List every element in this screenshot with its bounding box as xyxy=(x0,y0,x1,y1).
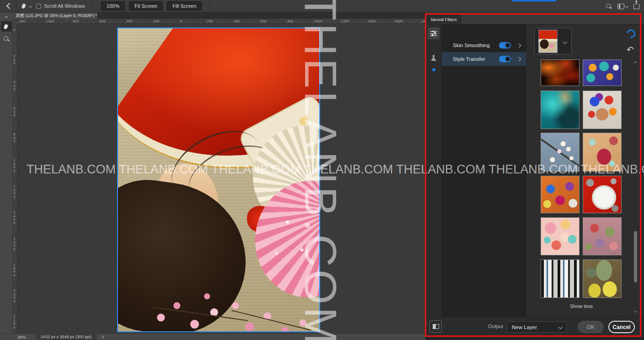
ruler-v-label: 0 xyxy=(13,28,16,32)
zoom-tool-button[interactable] xyxy=(1,33,12,44)
reset-icon[interactable]: ↶ xyxy=(627,45,634,54)
workspace-switcher[interactable] xyxy=(617,4,628,9)
ruler-v-label: 1800 xyxy=(13,263,16,277)
output-value: New Layer xyxy=(512,324,537,330)
ruler-v-label: 800 xyxy=(13,133,16,143)
sliders-icon xyxy=(430,31,437,36)
ruler-h-label: 400 xyxy=(126,19,132,23)
style-thumbnail-mauve-green-strokes[interactable] xyxy=(583,217,622,255)
style-thumbnail-colorful-portrait[interactable] xyxy=(583,91,622,129)
style-thumbnail-teal-fluid-art[interactable] xyxy=(541,91,580,129)
ruler-vertical: 0200400600800100012001400160018002000220… xyxy=(13,19,17,333)
ruler-v-label: 400 xyxy=(13,81,16,91)
chevron-right-icon xyxy=(517,57,521,61)
cancel-button[interactable]: Cancel xyxy=(608,321,635,333)
zoom-level[interactable]: 25% xyxy=(17,335,26,340)
horizontal-watermark: THELANB.COM THELANB.COM THELANB.COM THEL… xyxy=(27,162,644,177)
ruler-v-label: 2200 xyxy=(13,315,16,329)
branch xyxy=(153,307,248,321)
document-size-info: 2432 px x 3648 px (300 ppi) xyxy=(36,334,97,340)
hand-icon[interactable] xyxy=(21,2,28,10)
panel-footer: Output New Layer OK Cancel xyxy=(425,316,644,337)
style-thumbnail-olive-leaf-collage[interactable] xyxy=(583,259,622,298)
beta-filters-icon[interactable] xyxy=(430,55,437,61)
zoom-100-button[interactable]: 100% xyxy=(101,1,125,11)
ruler-h-label: 1600 xyxy=(394,19,402,23)
document-image[interactable] xyxy=(117,27,320,332)
tools-panel: » xyxy=(0,12,13,340)
document-tab[interactable]: 原图 (13).JPG @ 25% (Layer 0, RGB/8*) * × xyxy=(13,12,97,19)
divider xyxy=(16,2,16,10)
ruler-v-label: 200 xyxy=(13,54,16,65)
ok-button[interactable]: OK xyxy=(578,321,604,333)
document-tab-title: 原图 (13).JPG @ 25% (Layer 0, RGB/8*) * xyxy=(16,13,97,19)
style-thumbnail-palette-knife-face[interactable] xyxy=(541,176,580,213)
ruler-v-label: 1200 xyxy=(13,185,16,199)
scroll-all-windows-label: Scroll All Windows xyxy=(44,3,85,9)
ruler-v-label: 1000 xyxy=(13,159,16,173)
ruler-h-label: 600 xyxy=(260,19,266,23)
fill-screen-button[interactable]: Fill Screen xyxy=(167,1,202,11)
filter-label: Style Transfer xyxy=(453,56,499,62)
fit-screen-button[interactable]: Fit Screen xyxy=(129,1,163,11)
style-thumbnail-red-lava-abstract[interactable] xyxy=(541,59,580,86)
chevron-right-icon xyxy=(517,43,521,48)
chevron-down-icon xyxy=(563,40,568,44)
divider xyxy=(92,2,93,10)
hand-options-chevron-icon[interactable] xyxy=(29,4,32,7)
filter-label: Skin Smoothing xyxy=(453,43,499,48)
ruler-h-label: 200 xyxy=(153,19,159,23)
ruler-h-label: 0 xyxy=(180,19,182,23)
ruler-h-label: 1000 xyxy=(46,19,54,23)
style-thumbnail-white-rose-on-red[interactable] xyxy=(583,176,622,213)
ruler-v-label: 2000 xyxy=(13,289,16,303)
output-label: Output xyxy=(476,324,503,329)
chevron-down-icon xyxy=(558,325,563,329)
workspace-icon xyxy=(617,4,624,9)
style-transfer-toggle[interactable] xyxy=(499,56,511,62)
back-icon[interactable] xyxy=(6,3,13,9)
cherry-blossom-branch xyxy=(143,278,320,332)
preview-split-button[interactable] xyxy=(429,320,442,333)
style-thumbnail-indigo-paint-strokes[interactable] xyxy=(583,59,622,86)
ruler-h-label: 1400 xyxy=(368,19,376,23)
waitlist-dot-icon[interactable] xyxy=(432,68,435,71)
show-less-link[interactable]: Show less xyxy=(541,303,622,309)
filter-row-style-transfer[interactable]: Style Transfer xyxy=(442,52,526,66)
search-icon[interactable] xyxy=(606,3,612,10)
neural-filters-tab[interactable]: Neural Filters xyxy=(426,14,462,24)
zoom-tool-icon xyxy=(3,36,10,42)
ruler-h-label: 600 xyxy=(100,19,106,23)
ruler-h-label: 800 xyxy=(73,19,79,23)
progress-highlight-bar xyxy=(512,0,556,1)
share-icon[interactable] xyxy=(633,4,639,9)
ruler-h-label: 200 xyxy=(207,19,213,23)
output-dropdown[interactable]: New Layer xyxy=(507,321,567,333)
ruler-v-label: 600 xyxy=(13,107,16,117)
ruler-h-label: 1800 xyxy=(421,19,425,23)
all-filters-button[interactable] xyxy=(428,27,440,39)
style-thumbnail-pastel-petals[interactable] xyxy=(541,217,580,255)
hand-tool-button[interactable] xyxy=(1,21,12,32)
photoshop-window: Scroll All Windows 100% Fit Screen Fill … xyxy=(0,0,644,340)
split-view-icon xyxy=(433,324,439,329)
scroll-all-windows-checkbox[interactable] xyxy=(36,4,41,9)
divider xyxy=(209,2,209,10)
ruler-v-label: 1600 xyxy=(13,237,16,251)
filter-row-skin-smoothing[interactable]: Skin Smoothing xyxy=(442,38,526,52)
custom-style-preview-button[interactable] xyxy=(534,28,572,54)
expand-panel-icon[interactable]: » xyxy=(0,14,12,19)
panel-header: Neural Filters xyxy=(425,12,644,24)
ruler-horizontal: 2001000800600400200020040060080010001200… xyxy=(17,19,425,24)
status-options-chevron-icon[interactable] xyxy=(101,335,104,338)
ruler-h-label: 200 xyxy=(19,19,25,23)
style-thumbnail-black-white-birch[interactable] xyxy=(541,259,580,298)
ruler-v-label: 1400 xyxy=(13,211,16,225)
canvas-area[interactable] xyxy=(17,24,425,333)
skin-smoothing-toggle[interactable] xyxy=(499,42,511,49)
scrollbar-thumb[interactable] xyxy=(634,231,637,282)
ruler-h-label: 800 xyxy=(287,19,293,23)
chevron-down-icon xyxy=(625,5,628,8)
custom-image-thumbnail xyxy=(538,30,558,53)
ruler-h-label: 400 xyxy=(234,19,240,23)
